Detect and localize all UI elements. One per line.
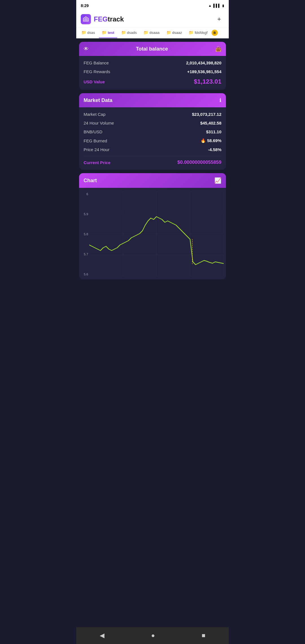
volume-row: 24 Hour Volume $45,402.58 <box>84 121 221 125</box>
usd-value-row: USD Value $1,123.01 <box>84 78 221 85</box>
wifi-icon: ▲ <box>208 4 212 8</box>
app-header: FEGtrack + <box>76 11 229 27</box>
feg-rewards-row: FEG Rewards +189,536,981,554 <box>84 69 221 74</box>
current-price-label: Current Price <box>84 160 110 165</box>
current-price-row: Current Price $0.00000000055859 <box>84 160 221 165</box>
y-label-58: 5.8 <box>81 232 88 236</box>
feg-rewards-label: FEG Rewards <box>84 69 110 74</box>
recents-button[interactable]: ■ <box>196 630 211 641</box>
main-content: 👁 Total balance 👜 FEG Balance 2,010,434,… <box>76 38 229 627</box>
bottom-nav: ◀ ● ■ <box>76 627 229 644</box>
market-cap-label: Market Cap <box>84 112 106 117</box>
y-label-57: 5.7 <box>81 253 88 256</box>
signal-icon: ▌▌▌ <box>213 4 221 8</box>
chart-title: Chart <box>84 178 97 184</box>
balance-card-header: 👁 Total balance 👜 <box>79 42 226 56</box>
eye-icon: 👁 <box>84 46 89 52</box>
tab-fdsfdsgf[interactable]: 📁 fdsfdsgf <box>186 27 210 38</box>
market-data-header: Market Data ℹ <box>79 93 226 107</box>
folder-icon-fdsfdsgf: 📁 <box>189 30 193 35</box>
balance-card-body: FEG Balance 2,010,434,398,820 FEG Reward… <box>79 56 226 90</box>
y-label-56: 5.6 <box>81 273 88 276</box>
balance-card: 👁 Total balance 👜 FEG Balance 2,010,434,… <box>79 42 226 90</box>
bnb-usd-value: $311.10 <box>206 129 221 134</box>
folder-icon-test: 📁 <box>102 30 106 35</box>
folder-icon-dsads: 📁 <box>121 30 126 35</box>
status-bar: 8:29 ▲ ▌▌▌ ▮ <box>76 0 229 11</box>
tab-dsaaa[interactable]: 📁 dsaaa <box>141 27 162 38</box>
binance-tab[interactable]: B <box>212 30 218 36</box>
chart-body: 6 5.9 5.8 5.7 5.6 <box>79 188 226 279</box>
app-logo-icon <box>81 14 91 24</box>
separator <box>84 156 221 156</box>
status-time: 8:29 <box>81 3 89 8</box>
feg-rewards-value: +189,536,981,554 <box>187 69 221 74</box>
market-cap-value: $23,073,217.12 <box>192 112 221 117</box>
volume-value: $45,402.58 <box>200 121 221 125</box>
home-button[interactable]: ● <box>145 630 160 641</box>
feg-balance-row: FEG Balance 2,010,434,398,820 <box>84 60 221 65</box>
feg-balance-value: 2,010,434,398,820 <box>186 60 221 65</box>
feg-burned-label: FEG Burned <box>84 138 107 143</box>
price-24h-value: -4.58% <box>208 147 221 152</box>
back-button[interactable]: ◀ <box>94 630 110 641</box>
chart-header: Chart 📈 <box>79 173 226 188</box>
market-data-card: Market Data ℹ Market Cap $23,073,217.12 … <box>79 93 226 170</box>
info-icon: ℹ <box>219 97 221 103</box>
feg-balance-label: FEG Balance <box>84 60 109 65</box>
chart-area <box>89 191 224 277</box>
wallet-icon: 👜 <box>215 46 221 52</box>
y-label-6: 6 <box>81 192 88 196</box>
chart-svg <box>89 191 224 276</box>
market-data-title: Market Data <box>84 97 112 103</box>
y-label-59: 5.9 <box>81 212 88 216</box>
chart-card: Chart 📈 6 5.9 5.8 5.7 5.6 <box>79 173 226 279</box>
app-logo: FEGtrack <box>81 14 124 24</box>
bnb-usd-row: BNB/USD $311.10 <box>84 129 221 134</box>
feg-burned-row: FEG Burned 🔥58.69% <box>84 138 221 143</box>
price-24h-label: Price 24 Hour <box>84 147 110 152</box>
market-data-body: Market Cap $23,073,217.12 24 Hour Volume… <box>79 107 226 170</box>
add-button[interactable]: + <box>214 14 224 24</box>
tab-dsas[interactable]: 📁 dsas <box>79 27 98 38</box>
tab-dsaaz[interactable]: 📁 dsaaz <box>164 27 185 38</box>
tab-bar: 📁 dsas 📁 test 📁 dsads 📁 dsaaa 📁 dsaaz 📁 … <box>76 27 229 38</box>
status-icons: ▲ ▌▌▌ ▮ <box>208 4 224 8</box>
usd-value-value: $1,123.01 <box>194 78 221 85</box>
tab-dsads[interactable]: 📁 dsads <box>118 27 140 38</box>
market-cap-row: Market Cap $23,073,217.12 <box>84 112 221 117</box>
battery-icon: ▮ <box>222 4 224 8</box>
app-title: FEGtrack <box>94 15 124 23</box>
current-price-value: $0.00000000055859 <box>177 160 221 165</box>
burn-icon: 🔥 <box>201 138 206 143</box>
folder-icon-dsaaz: 📁 <box>166 30 171 35</box>
price-24h-row: Price 24 Hour -4.58% <box>84 147 221 152</box>
tab-test[interactable]: 📁 test <box>99 27 117 38</box>
folder-icon-dsas: 📁 <box>81 30 86 35</box>
bnb-usd-label: BNB/USD <box>84 129 103 134</box>
folder-icon-dsaaa: 📁 <box>143 30 148 35</box>
balance-title: Total balance <box>136 46 168 52</box>
volume-label: 24 Hour Volume <box>84 121 114 125</box>
chart-trend-icon: 📈 <box>214 177 221 184</box>
feg-burned-value: 🔥58.69% <box>201 138 221 143</box>
usd-value-label: USD Value <box>84 79 105 84</box>
